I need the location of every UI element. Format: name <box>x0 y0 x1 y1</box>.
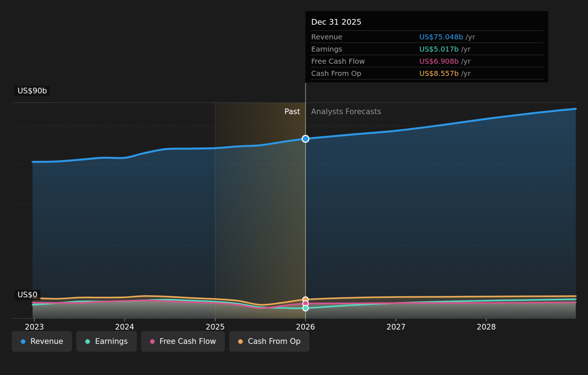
tooltip-row-earnings: Earnings US$5.017b /yr <box>310 43 543 55</box>
tooltip-date: Dec 31 2025 <box>310 15 543 30</box>
legend-item-earnings[interactable]: Earnings <box>76 331 136 352</box>
analysts-forecasts-label: Analysts Forecasts <box>311 107 381 116</box>
x-tick-2024: 2024 <box>115 323 134 331</box>
x-axis <box>12 318 577 321</box>
chart-tooltip: Dec 31 2025 Revenue US$75.048b /yr Earni… <box>305 11 548 82</box>
legend-item-free-cash-flow[interactable]: Free Cash Flow <box>141 331 225 352</box>
legend-item-cash-from-op[interactable]: Cash From Op <box>229 331 309 352</box>
tooltip-row-fcf: Free Cash Flow US$6.908b /yr <box>310 55 543 67</box>
free-cash-flow-dot-icon <box>150 339 155 344</box>
y-axis-label-top: US$90b <box>14 86 50 96</box>
x-tick-2023: 2023 <box>25 323 44 331</box>
tooltip-fcf-value: US$6.908b <box>419 57 459 65</box>
legend: Revenue Earnings Free Cash Flow Cash Fro… <box>12 331 309 352</box>
tooltip-row-cashop: Cash From Op US$8.557b /yr <box>310 67 543 79</box>
cash-from-op-dot-icon <box>238 339 243 344</box>
x-tick-2026: 2026 <box>296 323 315 331</box>
tooltip-revenue-value: US$75.048b <box>419 33 463 41</box>
earnings-dot-icon <box>85 339 90 344</box>
x-tick-2028: 2028 <box>477 323 496 331</box>
tooltip-earnings-value: US$5.017b <box>419 45 459 53</box>
tooltip-row-revenue: Revenue US$75.048b /yr <box>310 30 543 43</box>
x-tick-2025: 2025 <box>206 323 225 331</box>
y-axis-label-bottom: US$0 <box>14 290 40 300</box>
past-label: Past <box>284 107 300 116</box>
legend-item-revenue[interactable]: Revenue <box>12 331 72 352</box>
revenue-dot-icon <box>21 339 25 344</box>
tooltip-cashop-value: US$8.557b <box>419 69 459 78</box>
x-tick-2027: 2027 <box>386 323 405 331</box>
